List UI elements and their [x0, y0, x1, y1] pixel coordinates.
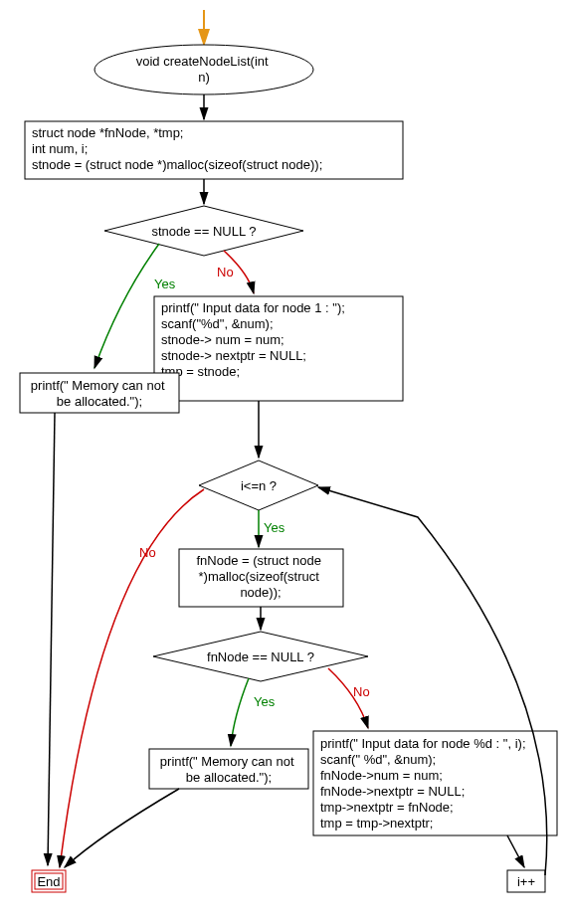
dec1-yes-path	[94, 244, 159, 368]
input2-line2: scanf(" %d", &num);	[320, 752, 436, 767]
dec3-yes-label: Yes	[254, 694, 276, 709]
inc-label: i++	[517, 874, 535, 889]
init-line3: stnode = (struct node *)malloc(sizeof(st…	[32, 157, 322, 172]
start-label-2: n)	[198, 70, 210, 85]
input2-line1: printf(" Input data for node %d : ", i);	[320, 736, 526, 751]
end-label: End	[37, 874, 60, 889]
memerr2-line1: printf(" Memory can not	[160, 754, 294, 769]
input2-line3: fnNode->num = num;	[320, 768, 443, 783]
flowchart-canvas: void createNodeList(int n) struct node *…	[0, 0, 567, 924]
input2-line6: tmp = tmp->nextptr;	[320, 816, 433, 831]
alloc2-line3: node));	[240, 585, 281, 600]
input1-line3: stnode-> num = num;	[161, 332, 284, 347]
dec3-no-label: No	[353, 684, 370, 699]
arrow-memerr1-end	[48, 413, 55, 865]
dec3-label: fnNode == NULL ?	[207, 649, 314, 664]
alloc2-line2: *)malloc(sizeof(struct	[199, 569, 320, 584]
arrow-memerr2-end	[65, 789, 179, 867]
dec1-no-label: No	[217, 265, 234, 279]
memerr1-line2: be allocated.");	[57, 394, 142, 409]
input1-line4: stnode-> nextptr = NULL;	[161, 348, 306, 363]
memerr2-line2: be allocated.");	[186, 770, 272, 785]
dec3-yes-path	[231, 678, 249, 746]
input1-line2: scanf("%d", &num);	[161, 316, 274, 331]
dec2-no-label: No	[139, 545, 156, 560]
dec2-yes-label: Yes	[264, 520, 285, 535]
dec1-yes-label: Yes	[154, 277, 176, 291]
dec2-label: i<=n ?	[241, 478, 277, 493]
init-line1: struct node *fnNode, *tmp;	[32, 125, 183, 140]
input2-line4: fnNode->nextptr = NULL;	[320, 784, 465, 799]
init-line2: int num, i;	[32, 141, 88, 156]
alloc2-line1: fnNode = (struct node	[196, 553, 320, 568]
input2-line5: tmp->nextptr = fnNode;	[320, 800, 454, 815]
arrow-input2-inc	[507, 835, 524, 867]
input1-line1: printf(" Input data for node 1 : ");	[161, 300, 345, 315]
start-label-1: void createNodeList(int	[136, 54, 269, 69]
memerr1-line1: printf(" Memory can not	[31, 378, 165, 393]
dec2-no-path	[60, 489, 204, 867]
dec1-label: stnode == NULL ?	[151, 224, 256, 239]
